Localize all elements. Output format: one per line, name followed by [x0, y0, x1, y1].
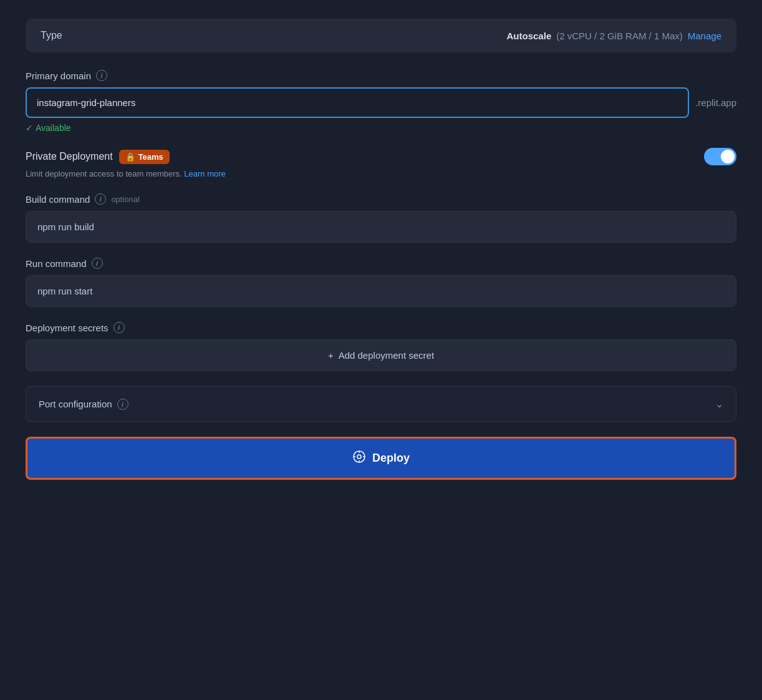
plus-icon: + — [328, 350, 334, 361]
domain-input-row: .replit.app — [26, 87, 736, 118]
checkmark-icon: ✓ — [26, 123, 33, 133]
port-config-left: Port configuration i — [39, 399, 128, 410]
deploy-svg-icon — [352, 450, 366, 464]
build-command-label: Build command — [26, 194, 90, 205]
svg-point-1 — [357, 455, 361, 459]
deployment-secrets-label: Deployment secrets — [26, 323, 109, 333]
deploy-button[interactable]: Deploy — [26, 437, 736, 480]
port-configuration-row[interactable]: Port configuration i ⌄ — [26, 386, 736, 422]
toggle-knob — [721, 150, 735, 163]
type-value: Autoscale (2 vCPU / 2 GiB RAM / 1 Max) M… — [507, 31, 721, 41]
port-config-info-icon[interactable]: i — [117, 399, 128, 410]
run-command-info-icon[interactable]: i — [92, 258, 103, 269]
deployment-secrets-label-row: Deployment secrets i — [26, 322, 736, 333]
primary-domain-section: Primary domain i .replit.app ✓ Available — [26, 70, 736, 133]
build-command-label-row: Build command i optional — [26, 193, 736, 205]
type-specs: (2 vCPU / 2 GiB RAM / 1 Max) — [556, 31, 683, 41]
domain-suffix: .replit.app — [695, 97, 736, 108]
manage-link[interactable]: Manage — [688, 31, 721, 41]
main-container: Type Autoscale (2 vCPU / 2 GiB RAM / 1 M… — [26, 12, 736, 486]
private-deployment-left: Private Deployment 🔒 Teams — [26, 150, 170, 164]
teams-badge-label: Teams — [138, 152, 163, 162]
type-label: Type — [41, 30, 62, 41]
deployment-secrets-section: Deployment secrets i + Add deployment se… — [26, 322, 736, 371]
private-deployment-desc: Limit deployment access to team members.… — [26, 169, 736, 178]
available-label: Available — [36, 123, 71, 133]
private-deployment-label: Private Deployment — [26, 151, 113, 162]
learn-more-link[interactable]: Learn more — [184, 169, 225, 178]
run-command-section: Run command i — [26, 258, 736, 307]
run-command-label: Run command — [26, 258, 87, 269]
type-row: Type Autoscale (2 vCPU / 2 GiB RAM / 1 M… — [26, 19, 736, 52]
add-deployment-secret-button[interactable]: + Add deployment secret — [26, 339, 736, 371]
chevron-down-icon: ⌄ — [715, 398, 723, 410]
run-command-label-row: Run command i — [26, 258, 736, 269]
build-command-info-icon[interactable]: i — [95, 193, 106, 205]
domain-input[interactable] — [26, 87, 689, 118]
private-deployment-toggle[interactable] — [704, 148, 736, 165]
build-command-input[interactable] — [26, 211, 736, 243]
domain-status: ✓ Available — [26, 123, 736, 133]
private-deployment-section: Private Deployment 🔒 Teams Limit deploym… — [26, 148, 736, 178]
lock-icon: 🔒 — [125, 152, 135, 162]
primary-domain-label-row: Primary domain i — [26, 70, 736, 81]
build-command-optional: optional — [111, 195, 140, 204]
port-config-label: Port configuration — [39, 399, 112, 409]
deploy-icon — [352, 450, 366, 467]
deploy-label: Deploy — [372, 452, 410, 465]
teams-badge: 🔒 Teams — [119, 150, 170, 164]
add-secret-label: Add deployment secret — [339, 350, 434, 361]
primary-domain-info-icon[interactable]: i — [96, 70, 107, 81]
primary-domain-label: Primary domain — [26, 70, 91, 81]
private-deployment-header: Private Deployment 🔒 Teams — [26, 148, 736, 165]
deployment-secrets-info-icon[interactable]: i — [113, 322, 125, 333]
run-command-input[interactable] — [26, 275, 736, 307]
build-command-section: Build command i optional — [26, 193, 736, 243]
type-name: Autoscale — [507, 31, 552, 41]
